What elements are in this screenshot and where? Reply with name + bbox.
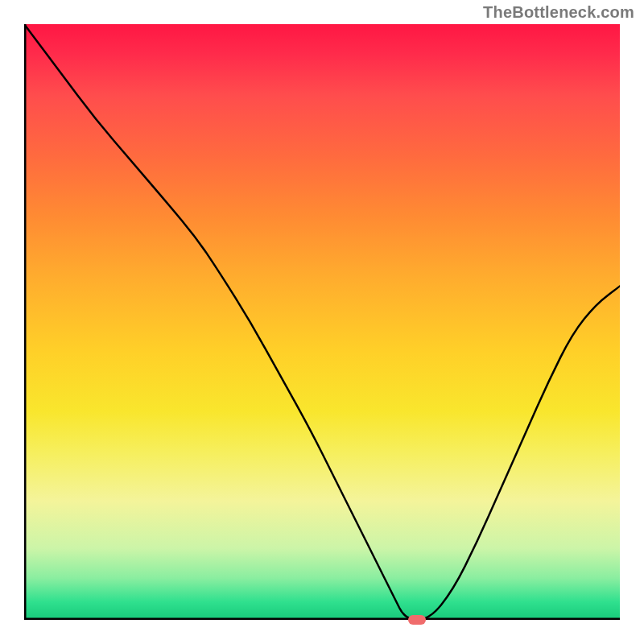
watermark-text: TheBottleneck.com [483,3,634,22]
optimal-marker [408,615,426,625]
axes [24,24,620,620]
plot-area [24,24,620,620]
bottleneck-chart: TheBottleneck.com [0,0,644,644]
